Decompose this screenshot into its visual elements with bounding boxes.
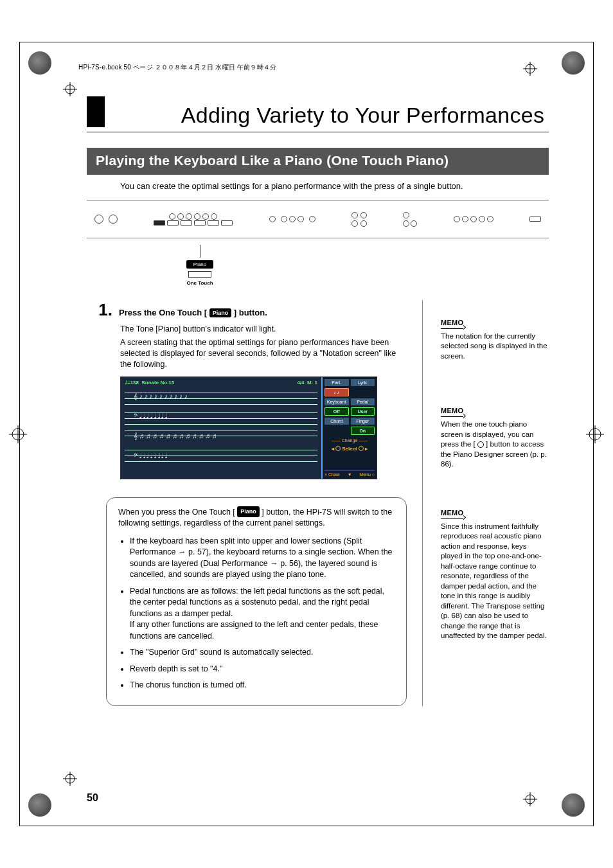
memo-heading: MEMO — [441, 318, 463, 329]
main-title: Adding Variety to Your Performances — [177, 103, 549, 128]
chapter-tab — [87, 96, 105, 127]
registration-mark — [523, 62, 537, 76]
section-intro: You can create the optimal settings for … — [120, 181, 549, 191]
memo-heading: MEMO — [441, 508, 463, 519]
list-item: The "Superior Grd" sound is automaticall… — [130, 647, 395, 659]
piano-badge-icon: Piano — [237, 506, 260, 517]
printer-mark-circle — [562, 51, 585, 75]
registration-mark — [63, 82, 77, 96]
title-rule — [87, 132, 549, 132]
step-number: 1. — [87, 300, 112, 320]
printer-mark-circle — [28, 793, 51, 817]
o-button-icon — [477, 441, 484, 448]
list-item: If the keyboard has been split into uppe… — [130, 536, 395, 581]
memo-body: Since this instrument faithfully reprodu… — [441, 522, 549, 641]
memo-heading: MEMO — [441, 406, 463, 417]
list-item: Reverb depth is set to "4." — [130, 664, 395, 675]
callout-label: One Touch — [174, 280, 226, 286]
one-touch-piano-callout: Piano One Touch — [174, 245, 226, 286]
printer-mark-circle — [28, 51, 51, 75]
notation-screen-illustration: ♩=138 Sonate No.15 4/4 M: 1 𝄞 ♪ ♪ ♪ ♪ ♪ … — [120, 376, 377, 479]
registration-mark — [586, 425, 604, 443]
page-number: 50 — [87, 792, 98, 804]
piano-badge-icon: Piano — [186, 260, 213, 269]
section-heading: Playing the Keyboard Like a Piano (One T… — [87, 148, 549, 175]
list-item: Pedal functions are as follows: the left… — [130, 586, 395, 642]
registration-mark — [9, 425, 27, 443]
registration-mark — [63, 772, 77, 786]
memo-block: MEMO The notation for the currently sele… — [441, 318, 549, 361]
settings-info-box: When you press the One Touch [ Piano ] b… — [106, 497, 407, 706]
print-header-line: HPi-7S-e.book 50 ページ ２００８年４月２日 水曜日 午前９時４… — [78, 63, 276, 72]
memo-block: MEMO When the one touch piano screen is … — [441, 406, 549, 469]
printer-mark-circle — [562, 793, 585, 817]
body-text: A screen stating that the optimal settin… — [120, 337, 407, 370]
memo-body: When the one touch piano screen is displ… — [441, 420, 549, 470]
registration-mark — [523, 792, 537, 806]
front-panel-diagram — [87, 200, 549, 238]
list-item: The chorus function is turned off. — [130, 680, 395, 691]
memo-block: MEMO Since this instrument faithfully re… — [441, 508, 549, 641]
memo-body: The notation for the currently selected … — [441, 332, 549, 362]
body-text: The Tone [Piano] button's indicator will… — [120, 324, 407, 335]
piano-badge-icon: Piano — [209, 308, 232, 317]
step-title: Press the One Touch [ Piano ] button. — [119, 308, 267, 318]
